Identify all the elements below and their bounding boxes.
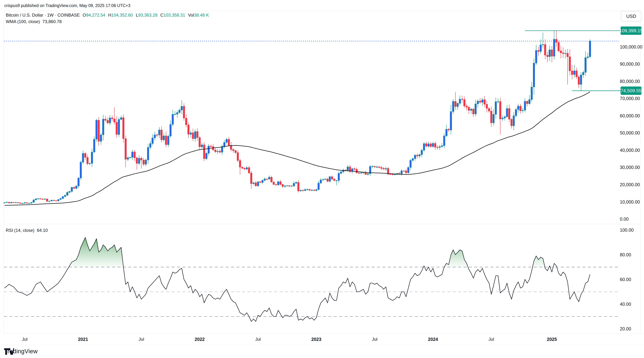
time-tick-label: Jul: [488, 337, 494, 342]
wma-label: WMA (100, close): [6, 19, 40, 24]
price-tick-label: 20,000.00: [620, 182, 639, 187]
chart-frame: [4, 11, 640, 333]
time-axis-divider: [4, 333, 644, 333]
publish-attribution: crispus9 published on TradingView.com, M…: [4, 3, 130, 8]
rsi-tick-label: 100.00: [620, 227, 639, 233]
price-tick-label: 60,000.00: [620, 113, 639, 118]
rsi-label: RSI (14, close): [6, 228, 34, 233]
rsi-tick-label: 80.00: [620, 252, 639, 257]
time-tick-label: 2023: [311, 337, 322, 342]
wma-value: 73,860.78: [42, 19, 62, 24]
price-tick-label: 80,000.00: [620, 79, 639, 84]
price-tick-label: 90,000.00: [620, 62, 639, 67]
rsi-tick-label: 60.00: [620, 277, 639, 282]
time-tick-label: Jul: [138, 337, 144, 342]
pane-divider[interactable]: [4, 224, 640, 224]
price-line-badge: 109,399.15: [620, 27, 642, 35]
price-tick-label: 0.00: [620, 216, 639, 222]
time-tick-label: Jul: [22, 337, 28, 342]
time-tick-label: 2025: [547, 337, 557, 342]
ohlc-token: L93,363.28: [136, 13, 158, 18]
price-tick-label: 50,000.00: [620, 130, 639, 136]
time-tick-label: 2021: [78, 337, 88, 342]
rsi-tick-label: 40.00: [620, 301, 639, 307]
symbol-title[interactable]: Bitcoin / U.S. Dollar · 1W · COINBASE: [6, 13, 80, 18]
price-line-badge: 74,509.55: [620, 87, 642, 95]
price-tick-label: 10,000.00: [620, 199, 639, 204]
rsi-legend[interactable]: RSI (14, close)64.10: [6, 228, 48, 233]
tradingview-chart-screenshot: crispus9 published on TradingView.com, M…: [0, 0, 644, 358]
volume-token: Vol38.48 K: [188, 13, 209, 18]
ohlc-token: C103,358.31: [160, 13, 185, 18]
ohlc-token: H104,352.60: [108, 13, 133, 18]
price-tick-label: 70,000.00: [620, 96, 639, 101]
price-tick-label: 100,000.00: [620, 44, 639, 49]
rsi-tick-label: 20.00: [620, 326, 639, 331]
currency-toggle-button[interactable]: USD: [621, 11, 642, 22]
price-tick-label: 30,000.00: [620, 165, 639, 170]
tradingview-logo-text: TradingView: [4, 348, 38, 355]
time-tick-label: 2022: [194, 337, 205, 342]
symbol-legend[interactable]: Bitcoin / U.S. Dollar · 1W · COINBASEO94…: [6, 13, 212, 18]
ohlc-token: O94,272.54: [83, 13, 105, 18]
rsi-value: 64.10: [37, 228, 48, 233]
time-tick-label: Jul: [255, 337, 261, 342]
price-tick-label: 40,000.00: [620, 147, 639, 153]
time-tick-label: Jul: [372, 337, 378, 342]
time-tick-label: 2024: [428, 337, 438, 342]
tradingview-logo[interactable]: TradingView: [4, 348, 38, 355]
bottom-divider: [0, 345, 644, 345]
ohlc-values: O94,272.54H104,352.60L93,363.28C103,358.…: [83, 13, 212, 18]
wma-legend[interactable]: WMA (100, close)73,860.78: [6, 19, 62, 24]
